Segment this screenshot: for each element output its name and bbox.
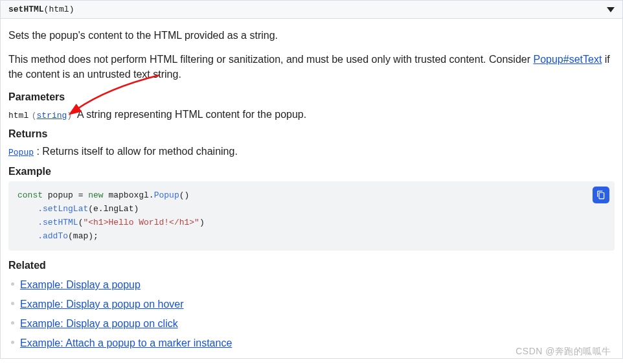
method-name: setHTML [8, 5, 44, 14]
list-item: Example: Display a popup on hover [8, 295, 615, 314]
method-arg: html [49, 5, 69, 14]
section-returns: Returns [8, 128, 615, 140]
section-parameters: Parameters [8, 91, 615, 103]
clipboard-icon [596, 190, 606, 199]
method-signature: setHTML(html) [8, 5, 74, 14]
parameter-row: html (string) A string representing HTML… [8, 107, 615, 122]
related-link[interactable]: Example: Attach a popup to a marker inst… [20, 337, 232, 348]
list-item: Example: Display a popup on click [8, 314, 615, 334]
list-item: Example: Display a popup [8, 275, 615, 295]
section-related: Related [8, 260, 615, 271]
description-warning: This method does not perform HTML filter… [8, 52, 615, 82]
section-example: Example [8, 166, 615, 177]
returns-row: Popup : Returns itself to allow for meth… [8, 144, 615, 159]
returns-desc: : Returns itself to allow for method cha… [36, 146, 237, 157]
code-example: const popup = new mapboxgl.Popup() .setL… [8, 181, 615, 251]
copy-code-button[interactable] [593, 187, 609, 203]
chevron-down-icon [607, 7, 615, 12]
related-link[interactable]: Example: Display a popup on click [20, 318, 178, 329]
param-type: (string) [32, 111, 77, 120]
list-item: Example: Attach a popup to a marker inst… [8, 334, 615, 353]
related-link[interactable]: Example: Display a popup on hover [20, 299, 184, 310]
param-desc: A string representing HTML content for t… [77, 109, 306, 120]
param-name: html [8, 111, 28, 120]
related-list: Example: Display a popup Example: Displa… [8, 275, 615, 353]
method-signature-header[interactable]: setHTML(html) [0, 0, 623, 19]
link-popup-settext[interactable]: Popup#setText [533, 54, 602, 65]
related-link[interactable]: Example: Display a popup [20, 279, 141, 290]
link-param-type[interactable]: string [36, 111, 67, 120]
description-intro: Sets the popup's content to the HTML pro… [8, 28, 615, 43]
doc-body: Sets the popup's content to the HTML pro… [0, 19, 623, 359]
link-return-type[interactable]: Popup [8, 148, 34, 157]
